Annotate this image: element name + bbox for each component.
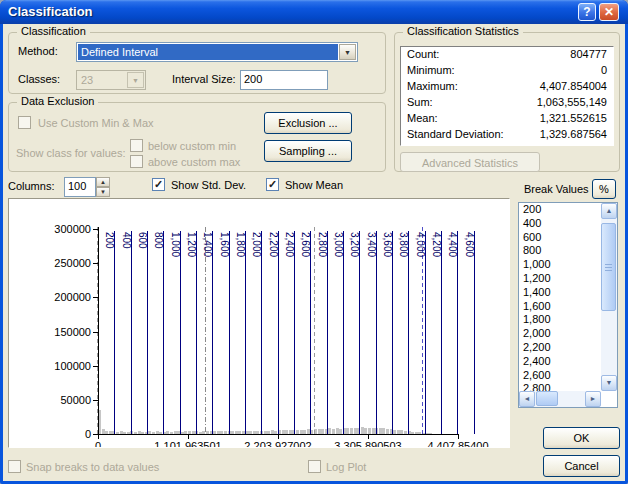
break-line-label: 200 <box>104 232 115 249</box>
break-line[interactable] <box>457 231 458 434</box>
x-tick-label: 0 <box>50 440 146 448</box>
break-value-item[interactable]: 2,200 <box>519 341 601 355</box>
break-line[interactable] <box>114 231 115 434</box>
classification-group-legend: Classification <box>17 25 90 37</box>
statistics-table: Count:804777Minimum:0Maximum:4,407.85400… <box>400 46 614 146</box>
break-line[interactable] <box>196 231 197 434</box>
break-value-item[interactable]: 800 <box>519 244 601 258</box>
break-value-item[interactable]: 1,200 <box>519 272 601 286</box>
break-value-item[interactable]: 2,600 <box>519 369 601 383</box>
thumb-grip <box>605 267 612 268</box>
break-line[interactable] <box>294 231 295 434</box>
horizontal-scrollbar-thumb[interactable] <box>536 391 558 406</box>
scroll-down-icon[interactable]: ▼ <box>601 375 617 391</box>
method-selected-value: Defined Interval <box>78 44 338 60</box>
y-tick <box>93 366 98 367</box>
break-line[interactable] <box>441 231 442 434</box>
method-combobox[interactable]: Defined Interval ▼ <box>76 42 358 62</box>
break-line[interactable] <box>261 231 262 434</box>
break-line[interactable] <box>131 231 132 434</box>
show-std-dev-checkbox[interactable]: ✓ <box>152 178 165 191</box>
cancel-button[interactable]: Cancel <box>543 455 620 477</box>
break-line-label: 2,000 <box>251 232 262 257</box>
break-values-list[interactable]: 2004006008001,0001,2001,4001,6001,8002,0… <box>518 202 618 408</box>
vertical-scrollbar-thumb[interactable] <box>601 223 616 311</box>
exclusion-button[interactable]: Exclusion ... <box>264 112 352 134</box>
x-tick-label: 4,407.85400 <box>410 440 506 448</box>
statistic-value: 804777 <box>570 48 607 63</box>
break-value-item[interactable]: 200 <box>519 203 601 217</box>
break-value-item[interactable]: 1,400 <box>519 286 601 300</box>
break-line[interactable] <box>245 231 246 434</box>
break-line[interactable] <box>376 231 377 434</box>
scroll-right-icon[interactable]: ► <box>585 391 601 407</box>
break-values-items: 2004006008001,0001,2001,4001,6001,8002,0… <box>519 203 601 396</box>
y-tick <box>93 297 98 298</box>
vertical-scrollbar[interactable]: ▲ ▼ <box>601 203 617 391</box>
break-value-item[interactable]: 2,400 <box>519 355 601 369</box>
break-line[interactable] <box>474 231 475 434</box>
break-line[interactable] <box>147 231 148 434</box>
interval-size-input[interactable]: 200 <box>240 70 328 90</box>
log-plot-checkbox <box>308 460 321 473</box>
break-value-item[interactable]: 2,000 <box>519 327 601 341</box>
use-custom-minmax-checkbox <box>18 116 31 129</box>
break-value-item[interactable]: 1,800 <box>519 313 601 327</box>
chevron-down-icon[interactable]: ▼ <box>339 44 356 60</box>
help-icon[interactable]: ? <box>578 3 596 21</box>
spinner-up-icon[interactable]: ▲ <box>96 177 110 187</box>
classification-dialog: Classification ? ✕ Classification Method… <box>0 0 628 484</box>
show-mean-checkbox[interactable]: ✓ <box>266 178 279 191</box>
show-std-dev-label: Show Std. Dev. <box>171 179 246 191</box>
break-line-label: 2,600 <box>300 232 311 257</box>
scroll-left-icon[interactable]: ◄ <box>519 391 535 407</box>
title-bar[interactable]: Classification ? ✕ <box>0 0 628 24</box>
break-line[interactable] <box>278 231 279 434</box>
sampling-button[interactable]: Sampling ... <box>264 140 352 162</box>
break-line[interactable] <box>392 231 393 434</box>
statistic-label: Maximum: <box>407 80 458 95</box>
break-line[interactable] <box>359 231 360 434</box>
above-custom-max-label: above custom max <box>148 156 240 168</box>
break-line-label: 1,800 <box>235 232 246 257</box>
statistic-label: Standard Deviation: <box>407 128 504 143</box>
break-line[interactable] <box>343 231 344 434</box>
break-line[interactable] <box>408 231 409 434</box>
y-tick-label: 250000 <box>45 257 91 269</box>
y-tick-label: 0 <box>45 428 91 440</box>
statistic-label: Count: <box>407 48 439 63</box>
y-tick-label: 100000 <box>45 360 91 372</box>
spinner-down-icon[interactable]: ▼ <box>96 187 110 197</box>
y-tick <box>93 332 98 333</box>
horizontal-scrollbar[interactable]: ◄ ► <box>519 391 601 407</box>
break-line[interactable] <box>310 231 311 434</box>
break-value-item[interactable]: 400 <box>519 217 601 231</box>
advanced-statistics-button: Advanced Statistics <box>400 152 540 172</box>
use-custom-minmax-label: Use Custom Min & Max <box>38 117 154 129</box>
x-tick-label: 3,305.890503 <box>320 440 416 448</box>
break-line-label: 3,200 <box>349 232 360 257</box>
statistic-label: Minimum: <box>407 64 455 79</box>
below-custom-min-checkbox <box>130 139 143 152</box>
break-line[interactable] <box>229 231 230 434</box>
break-line[interactable] <box>425 231 426 434</box>
break-line-label: 4,600 <box>464 232 475 257</box>
break-value-item[interactable]: 1,000 <box>519 258 601 272</box>
columns-input[interactable]: 100 <box>64 177 96 197</box>
close-icon[interactable]: ✕ <box>599 3 619 21</box>
ok-button[interactable]: OK <box>543 427 620 449</box>
scroll-up-icon[interactable]: ▲ <box>601 203 617 219</box>
break-line-label: 3,000 <box>333 232 344 257</box>
break-line[interactable] <box>180 231 181 434</box>
percent-button[interactable]: % <box>592 179 616 199</box>
break-value-item[interactable]: 600 <box>519 231 601 245</box>
break-line[interactable] <box>163 231 164 434</box>
statistic-row: Mean:1,321.552615 <box>401 111 613 127</box>
below-custom-min-label: below custom min <box>148 140 236 152</box>
break-line-label: 800 <box>153 232 164 249</box>
break-line[interactable] <box>212 231 213 434</box>
break-value-item[interactable]: 1,600 <box>519 300 601 314</box>
break-line[interactable] <box>327 231 328 434</box>
interval-size-label: Interval Size: <box>172 73 236 85</box>
x-tick-label: 1,101.963501 <box>140 440 236 448</box>
